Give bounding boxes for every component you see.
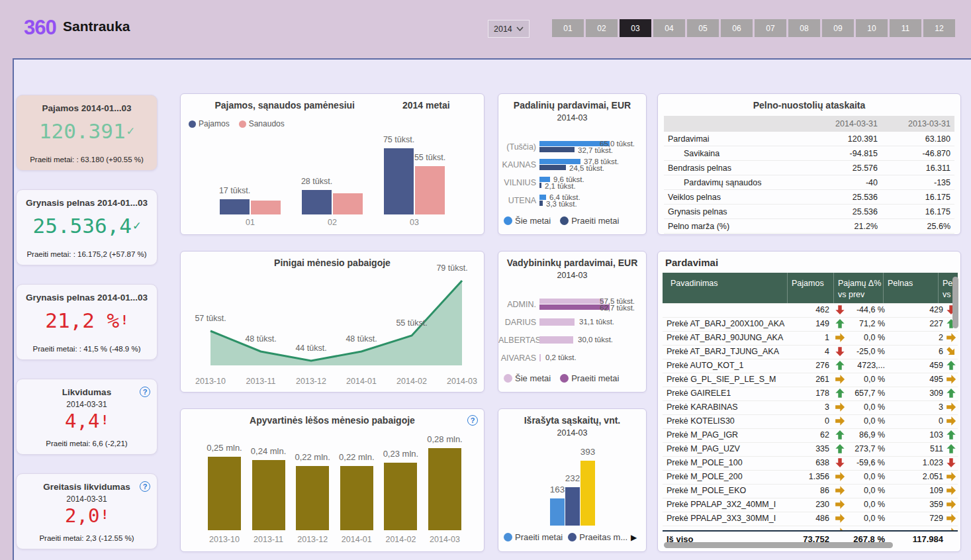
month-button-02[interactable]: 02	[586, 19, 618, 37]
bar-pajamos-01[interactable]	[220, 199, 250, 214]
hbar-current-1[interactable]	[539, 318, 575, 326]
bar-2014-03[interactable]	[428, 448, 461, 530]
table-row[interactable]: Prekė M_PAG_UZV335273,7 %511	[663, 442, 958, 456]
bar-label: 28 tūkst.	[291, 177, 344, 186]
table-row[interactable]: Prekė AT_BARJ_TJUNG_AKA4-25,0 %6	[663, 345, 958, 359]
table-row[interactable]: Prekė AT_BARJ_200X100_AKA14971,2 %227	[663, 317, 958, 331]
row-label: Pelno marža (%)	[664, 219, 809, 234]
month-button-03[interactable]: 03	[620, 19, 651, 37]
legend-item-praeiti-metai[interactable]: Praeiti metai	[560, 373, 619, 383]
month-button-01[interactable]: 01	[552, 19, 584, 37]
column-header-2[interactable]: Pajamų Δ% vs prev	[838, 278, 881, 301]
pajamos-trend-right-icon	[835, 332, 845, 343]
legend-item-pajamos[interactable]: Pajamos	[189, 119, 230, 128]
table-row[interactable]: Prekė KOTELIS3000,0 %0	[663, 414, 958, 428]
chart-vadybininku-pardavimai[interactable]: Vadybininkų pardavimai, EUR 2014-03 ADMI…	[498, 251, 647, 393]
value-current: 120.391	[809, 132, 882, 146]
year-dropdown[interactable]: 2014	[488, 20, 530, 38]
table-row[interactable]: Prekė PPALAP_3X2_40MM_I2300,0 %359	[663, 498, 958, 512]
x-label-2014-02: 2014-02	[389, 377, 435, 386]
table-row[interactable]: Prekė KARABINAS30,0 %3	[663, 400, 958, 414]
pelnas-value: 6	[890, 347, 943, 356]
x-label-2013-10: 2013-10	[187, 377, 234, 386]
hbar-current-3[interactable]	[539, 195, 546, 200]
column-header[interactable]: 2014-03-31	[809, 116, 882, 132]
bar-2014-02[interactable]	[384, 463, 417, 530]
column-header-0[interactable]: Pavadinimas	[670, 278, 718, 289]
column-header-1[interactable]: Pajamos	[792, 278, 824, 289]
table-pardavimai[interactable]: Pardavimai PavadinimasPajamosPajamų Δ% v…	[657, 251, 961, 552]
kpi-card-greitasis-likvidumas[interactable]: Greitasis likvidumas ? 2014-03-31 2,0! P…	[16, 473, 158, 549]
help-icon[interactable]: ?	[140, 387, 150, 397]
horizontal-scrollbar[interactable]	[664, 542, 893, 548]
hbar-current-3[interactable]	[539, 354, 541, 361]
bar-2014-01[interactable]	[340, 466, 373, 530]
month-button-04[interactable]: 04	[653, 19, 685, 37]
chart-pinigai[interactable]: Pinigai mėnesio pabaigoje 57 tūkst.2013-…	[180, 251, 485, 393]
table-row[interactable]: Prekė M_POLE_EKO860,0 %109	[663, 484, 958, 498]
bar-invoices-2[interactable]	[580, 461, 595, 526]
column-header-3[interactable]: Pelnas	[888, 278, 913, 289]
table-row[interactable]: 462-44,6 %429	[663, 303, 958, 317]
table-row[interactable]: Prekė PPALAP_3X3_30MM_I4860,0 %729	[663, 512, 958, 526]
month-button-07[interactable]: 07	[755, 19, 786, 37]
hbar-current-1[interactable]	[539, 159, 580, 164]
header-divider	[833, 273, 834, 303]
hbar-previous-2[interactable]	[539, 183, 541, 188]
legend-item-sanaudos[interactable]: Sanaudos	[239, 119, 285, 128]
kpi-card-pelno-marza[interactable]: Grynasis pelnas 2014-01...03 21,2 %! Pra…	[16, 284, 158, 360]
month-button-09[interactable]: 09	[822, 19, 854, 37]
kpi-card-grynasis-pelnas[interactable]: Grynasis pelnas 2014-01...03 25.536,4✓ P…	[16, 189, 158, 265]
legend-item-praeiti-metai[interactable]: Praeiti metai	[504, 532, 563, 542]
chart-apyvartines-lesos[interactable]: Apyvartinės lėšos mėnesio pabaigoje ? 0,…	[180, 408, 485, 552]
chart-pajamos-sanaudos[interactable]: Pajamos, sąnaudos pamėnesiui 2014 metai …	[180, 93, 485, 235]
bar-2013-12[interactable]	[296, 466, 329, 530]
kpi-card-pajamos[interactable]: Pajamos 2014-01...03 120.391✓ Praeiti me…	[16, 95, 158, 171]
month-button-08[interactable]: 08	[788, 19, 820, 37]
month-button-05[interactable]: 05	[687, 19, 719, 37]
bar-sanaudos-02[interactable]	[333, 193, 363, 214]
help-icon[interactable]: ?	[140, 481, 150, 492]
hbar-previous-1[interactable]	[539, 165, 566, 170]
product-name: Prekė AUTO_KOT_1	[667, 361, 744, 370]
table-row[interactable]: Prekė G_PL_SIE_P_LE_S_M2610,0 %495	[663, 373, 958, 387]
legend-dot	[560, 374, 569, 383]
table-row[interactable]: Prekė AUTO_KOT_12764723,...459	[663, 359, 958, 373]
legend-item--ie-metai[interactable]: Šie metai	[504, 373, 551, 383]
bar-sanaudos-03[interactable]	[415, 166, 445, 214]
table-row[interactable]: Prekė M_POLE_2001.3560,0 %2.051	[663, 470, 958, 484]
hbar-previous-3[interactable]	[539, 201, 543, 206]
table-row[interactable]: Prekė GAIRELE1178657,7 %309	[663, 387, 958, 400]
legend-expand-arrow[interactable]: ▶	[631, 533, 637, 542]
month-button-10[interactable]: 10	[856, 19, 888, 37]
bar-sanaudos-01[interactable]	[251, 201, 281, 214]
month-button-12[interactable]: 12	[923, 19, 955, 37]
x-label-01: 01	[230, 218, 270, 227]
bar-invoices-1[interactable]	[565, 487, 580, 526]
legend-item--ie-metai[interactable]: Šie metai	[504, 216, 551, 226]
column-header[interactable]	[664, 116, 809, 132]
hbar-previous-0[interactable]	[539, 147, 575, 152]
table-pelno-nuostoliu[interactable]: Pelno-nuostolių ataskaita 2014-03-312013…	[657, 93, 961, 235]
month-button-11[interactable]: 11	[890, 19, 921, 37]
bar-2013-10[interactable]	[208, 457, 241, 530]
bar-2013-11[interactable]	[252, 460, 285, 530]
vertical-scrollbar[interactable]	[952, 277, 958, 328]
legend-item-praeitas-m-[interactable]: Praeitas m...	[568, 532, 627, 542]
table-row[interactable]: Prekė M_POLE_100638-59,6 %1.023	[663, 456, 958, 470]
bar-pajamos-02[interactable]	[302, 190, 332, 214]
hbar-current-0[interactable]	[539, 299, 604, 304]
x-label-2014-01: 2014-01	[334, 535, 380, 544]
legend-item-praeiti-metai[interactable]: Praeiti metai	[560, 216, 619, 226]
kpi-card-likvidumas[interactable]: Likvidumas ? 2014-03-31 4,4! Praeiti met…	[16, 379, 158, 455]
table-row[interactable]: Prekė M_PAG_IGR6286,9 %103	[663, 428, 958, 442]
pelnas-value: 459	[890, 361, 943, 370]
chart-israsyta-saskaitu[interactable]: Išrašyta sąskaitų, vnt. 2014-03 16323239…	[498, 408, 647, 552]
chart-padaliniu-pardavimai[interactable]: Padalinių pardavimai, EUR 2014-03 (Tušči…	[498, 93, 647, 235]
hbar-current-2[interactable]	[539, 177, 550, 182]
bar-invoices-0[interactable]	[550, 498, 565, 526]
month-button-06[interactable]: 06	[721, 19, 753, 37]
hbar-current-2[interactable]	[539, 336, 573, 344]
column-header[interactable]: 2013-03-31	[882, 116, 954, 132]
table-row[interactable]: Prekė AT_BARJ_90JUNG_AKA10,0 %2	[663, 331, 958, 345]
